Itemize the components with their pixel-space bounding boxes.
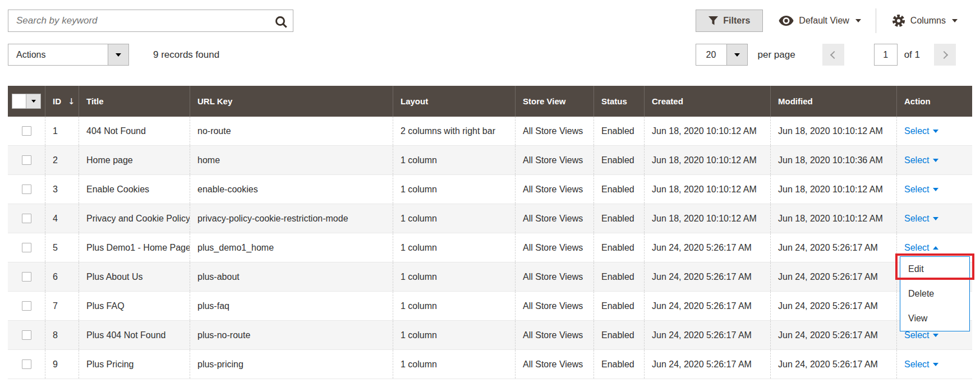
- cell-layout: 1 column: [393, 175, 515, 204]
- row-select-link[interactable]: Select: [904, 243, 938, 253]
- search-input[interactable]: [8, 15, 267, 26]
- row-checkbox[interactable]: [22, 185, 31, 194]
- gear-icon: [892, 14, 905, 27]
- search-button[interactable]: [267, 10, 293, 31]
- column-header-store-view[interactable]: Store View: [515, 86, 593, 117]
- cell-store-view: All Store Views: [515, 117, 593, 145]
- cell-title: Home page: [79, 146, 190, 174]
- cell-status: Enabled: [593, 204, 644, 233]
- menu-item-edit[interactable]: Edit: [900, 257, 969, 282]
- cell-url-key: home: [190, 146, 393, 174]
- filters-button[interactable]: Filters: [696, 10, 763, 32]
- per-page-select[interactable]: 20: [696, 44, 748, 66]
- caret-down-icon: [734, 53, 740, 57]
- mass-actions-select[interactable]: Actions: [8, 44, 129, 66]
- keyword-search-box: [8, 10, 293, 32]
- view-switcher-label: Default View: [799, 16, 849, 26]
- cell-modified: Jun 24, 2020 5:26:17 AM: [770, 292, 896, 320]
- cell-url-key: plus-pricing: [190, 350, 393, 379]
- row-checkbox-cell: [8, 350, 45, 379]
- cell-id: 7: [45, 292, 79, 320]
- cell-created: Jun 18, 2020 10:10:12 AM: [644, 204, 770, 233]
- row-checkbox[interactable]: [22, 243, 31, 252]
- row-select-link[interactable]: Select: [904, 155, 938, 165]
- menu-item-delete[interactable]: Delete: [900, 282, 969, 306]
- row-checkbox[interactable]: [22, 214, 31, 223]
- row-checkbox[interactable]: [22, 155, 31, 165]
- per-page-caret-button[interactable]: [726, 44, 747, 65]
- cell-id: 3: [45, 175, 79, 204]
- cell-layout: 1 column: [393, 321, 515, 349]
- sort-descending-icon[interactable]: ↓: [68, 96, 75, 107]
- caret-down-icon: [933, 217, 938, 220]
- previous-page-button[interactable]: [822, 44, 844, 66]
- columns-control[interactable]: Columns: [892, 14, 958, 27]
- cell-created: Jun 18, 2020 10:10:12 AM: [644, 117, 770, 145]
- row-checkbox[interactable]: [22, 330, 31, 340]
- eye-icon: [779, 16, 794, 26]
- row-checkbox[interactable]: [22, 126, 31, 136]
- cell-status: Enabled: [593, 117, 644, 145]
- current-page-input[interactable]: [874, 44, 898, 66]
- cell-created: Jun 24, 2020 5:26:17 AM: [644, 292, 770, 320]
- select-all-dropdown[interactable]: [26, 94, 41, 109]
- row-checkbox-cell: [8, 262, 45, 291]
- column-header-status[interactable]: Status: [593, 86, 644, 117]
- row-checkbox[interactable]: [22, 301, 31, 311]
- mass-actions-caret-button[interactable]: [108, 44, 128, 65]
- caret-down-icon: [31, 100, 36, 103]
- table-header-row: ID ↓ Title URL Key Layout Store View Sta…: [8, 86, 972, 117]
- total-pages-label: of 1: [904, 49, 920, 61]
- column-header-id[interactable]: ID ↓: [45, 86, 79, 117]
- caret-down-icon: [933, 130, 938, 133]
- cell-modified: Jun 24, 2020 5:26:17 AM: [770, 233, 896, 262]
- menu-item-view[interactable]: View: [900, 306, 969, 331]
- row-select-link[interactable]: Select: [904, 359, 938, 370]
- column-header-title[interactable]: Title: [79, 86, 190, 117]
- cell-created: Jun 24, 2020 5:26:17 AM: [644, 321, 770, 349]
- next-page-button[interactable]: [934, 44, 956, 66]
- chevron-down-icon: [855, 19, 861, 22]
- select-all-checkbox[interactable]: [12, 94, 41, 109]
- cell-status: Enabled: [593, 146, 644, 174]
- view-switcher[interactable]: Default View: [779, 16, 861, 26]
- row-select-link[interactable]: Select: [904, 126, 938, 136]
- table-row: 1404 Not Foundno-route2 columns with rig…: [8, 117, 972, 146]
- per-page-label: per page: [758, 49, 795, 61]
- column-header-url-key[interactable]: URL Key: [190, 86, 393, 117]
- column-header-action[interactable]: Action: [896, 86, 972, 117]
- table-row: 3Enable Cookiesenable-cookies1 columnAll…: [8, 175, 972, 204]
- pagination-bar: 20 per page of 1: [696, 44, 956, 66]
- column-header-layout[interactable]: Layout: [393, 86, 515, 117]
- cell-action: Select: [896, 117, 972, 145]
- row-checkbox[interactable]: [22, 272, 31, 282]
- table-body: 1404 Not Foundno-route2 columns with rig…: [8, 117, 972, 379]
- row-checkbox-cell: [8, 292, 45, 320]
- cell-layout: 2 columns with right bar: [393, 117, 515, 145]
- checkbox-icon[interactable]: [12, 94, 26, 109]
- row-select-link[interactable]: Select: [904, 185, 938, 195]
- cell-title: Enable Cookies: [79, 175, 190, 204]
- column-header-created[interactable]: Created: [644, 86, 770, 117]
- cell-layout: 1 column: [393, 204, 515, 233]
- row-checkbox[interactable]: [22, 359, 31, 369]
- table-row: 2Home pagehome1 columnAll Store ViewsEna…: [8, 146, 972, 175]
- cell-status: Enabled: [593, 233, 644, 262]
- cell-url-key: no-route: [190, 117, 393, 145]
- cell-layout: 1 column: [393, 350, 515, 379]
- table-row: 9Plus Pricingplus-pricing1 columnAll Sto…: [8, 350, 972, 379]
- cms-pages-table: ID ↓ Title URL Key Layout Store View Sta…: [8, 86, 972, 379]
- cell-status: Enabled: [593, 350, 644, 379]
- filter-funnel-icon: [708, 16, 718, 25]
- row-action-menu: Edit Delete View: [900, 256, 970, 331]
- column-header-modified[interactable]: Modified: [770, 86, 896, 117]
- table-row: 5Plus Demo1 - Home Pageplus_demo1_home1 …: [8, 233, 972, 262]
- row-select-link[interactable]: Select: [904, 214, 938, 224]
- cell-layout: 1 column: [393, 292, 515, 320]
- cell-store-view: All Store Views: [515, 175, 593, 204]
- row-select-link[interactable]: Select: [904, 330, 938, 340]
- cell-modified: Jun 18, 2020 10:10:12 AM: [770, 117, 896, 145]
- cell-modified: Jun 18, 2020 10:10:36 AM: [770, 146, 896, 174]
- cell-id: 4: [45, 204, 79, 233]
- table-row: 6Plus About Usplus-about1 columnAll Stor…: [8, 262, 972, 292]
